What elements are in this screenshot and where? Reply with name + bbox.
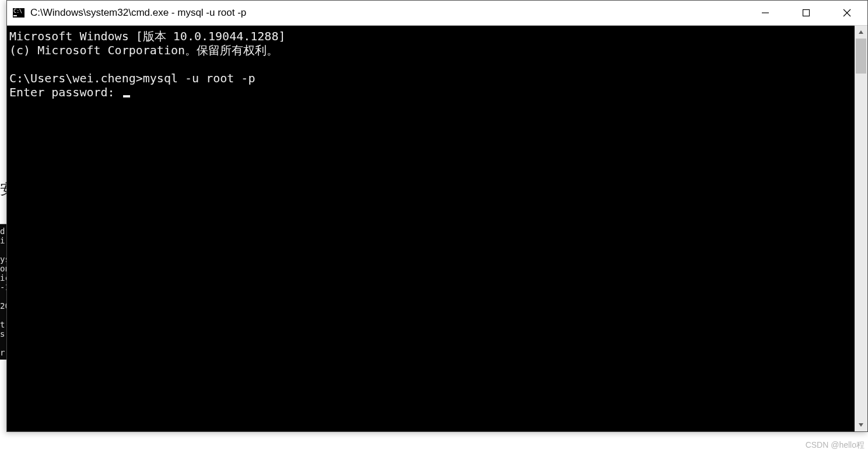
terminal-line: Enter password: [9,85,115,99]
scrollbar-track[interactable] [855,39,867,419]
minimize-button[interactable] [745,1,786,25]
cmd-window: C:\Windows\system32\cmd.exe - mysql -u r… [6,0,868,432]
maximize-button[interactable] [786,1,827,25]
scrollbar-thumb[interactable] [856,39,866,74]
client-area: Microsoft Windows [版本 10.0.19044.1288] (… [7,26,867,431]
chevron-up-icon [858,29,864,35]
svg-rect-1 [803,10,810,16]
watermark: CSDN @hello程 [806,440,864,451]
terminal-line: (c) Microsoft Corporation。保留所有权利。 [9,43,278,57]
window-title: C:\Windows\system32\cmd.exe - mysql -u r… [30,7,745,19]
svg-marker-5 [859,423,863,427]
maximize-icon [802,9,810,17]
terminal-line: Microsoft Windows [版本 10.0.19044.1288] [9,29,285,43]
close-button[interactable] [827,1,867,25]
titlebar[interactable]: C:\Windows\system32\cmd.exe - mysql -u r… [7,1,867,26]
vertical-scrollbar[interactable] [855,26,867,431]
scroll-down-button[interactable] [855,419,867,431]
close-icon [843,9,851,17]
scroll-up-button[interactable] [855,26,867,39]
terminal-line: C:\Users\wei.cheng>mysql -u root -p [9,71,255,85]
terminal[interactable]: Microsoft Windows [版本 10.0.19044.1288] (… [7,26,855,431]
cmd-icon [13,8,24,18]
terminal-cursor [123,95,130,97]
chevron-down-icon [858,422,864,428]
minimize-icon [761,9,769,17]
window-controls [745,1,867,25]
svg-marker-4 [859,30,863,34]
